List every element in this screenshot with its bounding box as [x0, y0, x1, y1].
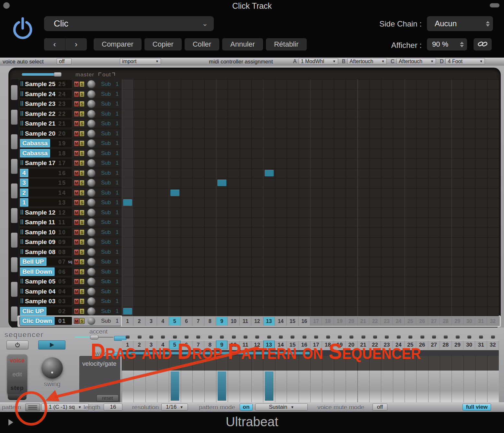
- solo-button[interactable]: S: [79, 298, 85, 304]
- pan-knob[interactable]: [87, 179, 95, 187]
- grid-step-14[interactable]: 14: [275, 317, 287, 326]
- solo-button[interactable]: S: [79, 219, 85, 225]
- mute-button[interactable]: M: [74, 279, 79, 284]
- grid-step-12[interactable]: 12: [251, 317, 263, 326]
- power-button[interactable]: [12, 16, 34, 43]
- side-chain-select[interactable]: Aucun: [427, 16, 493, 31]
- pan-knob[interactable]: [87, 199, 95, 206]
- voice-row-18[interactable]: Cabassa18MSSub 1: [19, 149, 121, 159]
- grid-step-4[interactable]: 4: [157, 317, 169, 326]
- seq-step-15[interactable]: 15: [287, 340, 298, 349]
- voice-edit-step-switch[interactable]: voice edit step: [7, 354, 27, 395]
- mute-button[interactable]: M: [74, 200, 79, 205]
- header-button-coller[interactable]: Coller: [185, 38, 219, 50]
- pattern-drag-handle[interactable]: [25, 404, 40, 411]
- trigger-dot-24[interactable]: [393, 335, 405, 339]
- trigger-dot-1[interactable]: [122, 335, 133, 339]
- piano-key[interactable]: [11, 110, 17, 125]
- seq-step-4[interactable]: 4: [157, 340, 169, 349]
- velocity-bar-step-13[interactable]: [265, 372, 273, 401]
- seq-step-13[interactable]: 13: [263, 340, 275, 349]
- seq-step-21[interactable]: 21: [358, 340, 369, 349]
- solo-button[interactable]: S: [79, 229, 85, 235]
- voice-row-05[interactable]: Sample 0505MSSub 1: [19, 277, 121, 287]
- seq-step-25[interactable]: 25: [405, 340, 416, 349]
- solo-button[interactable]: S: [79, 308, 85, 314]
- grid-step-24[interactable]: 24: [393, 317, 405, 326]
- seq-step-23[interactable]: 23: [381, 340, 393, 349]
- solo-button[interactable]: S: [79, 289, 85, 294]
- prev-preset-button[interactable]: ‹: [44, 38, 65, 50]
- seq-step-28[interactable]: 28: [440, 340, 452, 349]
- trigger-dot-26[interactable]: [416, 335, 428, 339]
- trigger-dot-12[interactable]: [251, 335, 263, 339]
- grid-note[interactable]: [265, 170, 274, 176]
- pan-knob[interactable]: [87, 248, 95, 256]
- trigger-dot-14[interactable]: [275, 335, 287, 339]
- piano-key[interactable]: [11, 233, 17, 248]
- solo-button[interactable]: S: [79, 279, 85, 284]
- accent-slider[interactable]: [74, 335, 113, 340]
- voice-mute-mode-toggle[interactable]: off: [372, 404, 387, 411]
- voice-row-22[interactable]: Sample 2222MSSub 1: [19, 109, 121, 119]
- seq-step-26[interactable]: 26: [416, 340, 428, 349]
- voice-row-16[interactable]: 416MSSub 1: [19, 168, 121, 178]
- pattern-mode-toggle[interactable]: on: [240, 404, 253, 411]
- grid-note[interactable]: [123, 308, 132, 315]
- grid-step-30[interactable]: 30: [464, 317, 475, 326]
- mode-voice[interactable]: voice: [10, 357, 25, 364]
- mute-button[interactable]: M: [74, 160, 79, 166]
- seq-step-19[interactable]: 19: [334, 340, 346, 349]
- header-button-copier[interactable]: Copier: [144, 38, 182, 50]
- mute-button[interactable]: M: [74, 210, 79, 216]
- solo-button[interactable]: S: [79, 131, 85, 137]
- pan-knob[interactable]: [87, 317, 95, 325]
- grid-step-5[interactable]: 5: [169, 317, 181, 326]
- mute-button[interactable]: M: [74, 91, 79, 97]
- trigger-dot-25[interactable]: [405, 335, 416, 339]
- trigger-dot-2[interactable]: [133, 335, 145, 339]
- grid-step-8[interactable]: 8: [204, 317, 216, 326]
- voice-row-02[interactable]: Clic UP02MSSub 1: [19, 306, 121, 316]
- trigger-dot-16[interactable]: [299, 335, 310, 339]
- full-view-button[interactable]: full view: [463, 404, 491, 411]
- grid-step-29[interactable]: 29: [452, 317, 464, 326]
- pan-knob[interactable]: [87, 278, 95, 285]
- mute-button[interactable]: M: [74, 81, 79, 87]
- voice-row-23[interactable]: Sample 2323MSSub 1: [19, 99, 121, 109]
- seq-step-27[interactable]: 27: [428, 340, 440, 349]
- grid-step-22[interactable]: 22: [369, 317, 381, 326]
- grid-step-21[interactable]: 21: [358, 317, 369, 326]
- grid-step-23[interactable]: 23: [381, 317, 393, 326]
- trigger-mode-select[interactable]: Sustain ▼: [255, 404, 308, 411]
- voice-row-15[interactable]: 315MSSub 1: [19, 178, 121, 188]
- grid-step-17[interactable]: 17: [310, 317, 322, 326]
- trigger-dot-30[interactable]: [464, 335, 475, 339]
- solo-button[interactable]: S: [79, 140, 85, 146]
- grid-step-3[interactable]: 3: [145, 317, 157, 326]
- header-button-comparer[interactable]: Comparer: [94, 38, 142, 50]
- grid-step-19[interactable]: 19: [334, 317, 346, 326]
- piano-key[interactable]: [11, 134, 17, 149]
- mute-button[interactable]: M: [74, 111, 79, 117]
- voice-row-24[interactable]: Sample 2424MSSub 1: [19, 89, 121, 99]
- swing-strip[interactable]: [122, 350, 499, 356]
- seq-step-14[interactable]: 14: [275, 340, 287, 349]
- pan-knob[interactable]: [87, 297, 95, 305]
- pan-knob[interactable]: [87, 139, 95, 147]
- reset-button[interactable]: reset: [97, 394, 119, 402]
- mute-button[interactable]: M: [74, 318, 79, 324]
- sequencer-power-button[interactable]: [6, 340, 29, 350]
- voice-row-17[interactable]: Sample 1717MSSub 1: [19, 158, 121, 168]
- grid-step-18[interactable]: 18: [322, 317, 334, 326]
- master-volume-slider[interactable]: [21, 72, 61, 77]
- trigger-dot-22[interactable]: [369, 335, 381, 339]
- trigger-dot-31[interactable]: [475, 335, 487, 339]
- piano-key[interactable]: [11, 257, 17, 272]
- mute-button[interactable]: M: [74, 239, 79, 245]
- solo-button[interactable]: S: [79, 150, 85, 156]
- pan-knob[interactable]: [87, 238, 95, 246]
- mute-button[interactable]: M: [74, 150, 79, 156]
- midi-slot-select-C[interactable]: Aftertouch▼: [396, 58, 436, 64]
- mute-button[interactable]: M: [74, 298, 79, 304]
